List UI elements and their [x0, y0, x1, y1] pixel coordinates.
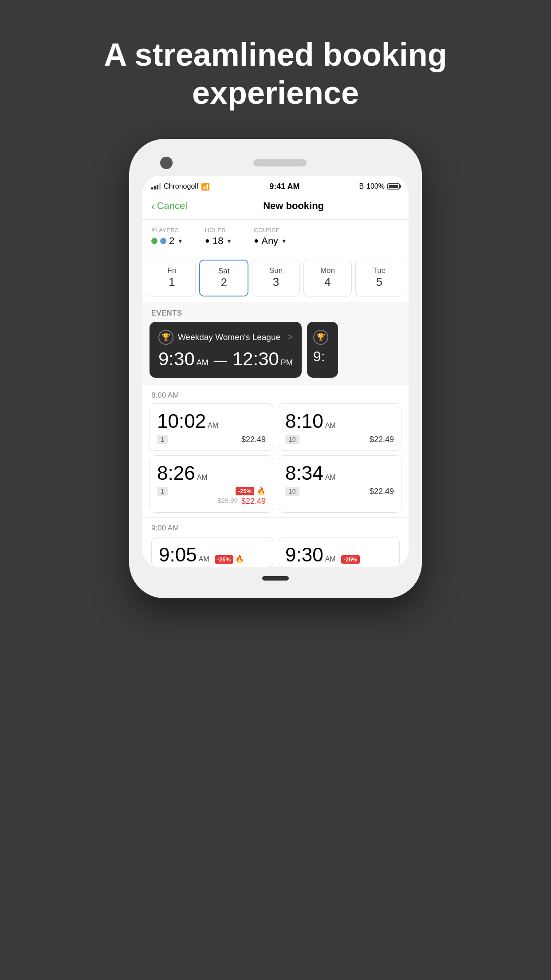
date-cell-mon[interactable]: Mon 4 [303, 260, 351, 296]
slots-grid-8am: 10:02 AM 1 $22.49 8:10 AM 10 $22.49 [142, 403, 409, 517]
speaker [253, 159, 307, 166]
slot-time-826: 8:26 AM [157, 462, 266, 484]
hot-icon-826: 🔥 [257, 487, 266, 495]
slot-time-big-1002: 10:02 [157, 410, 206, 432]
slot-card-905[interactable]: 9:05 AM -25% 🔥 [151, 537, 273, 567]
date-cell-tue[interactable]: Tue 5 [355, 260, 403, 296]
players-filter[interactable]: PLAYERS 2 ▼ [151, 227, 183, 247]
slot-card-930[interactable]: 9:30 AM -25% [278, 537, 400, 567]
phone-frame: Chronogolf 📶 9:41 AM B 100% ‹ Cancel New… [129, 139, 422, 598]
slot-ampm-810: AM [325, 422, 336, 430]
slot-ampm-826: AM [197, 474, 208, 482]
events-section-header: EVENTS [142, 302, 409, 322]
discount-badge-826: -25% [236, 487, 254, 495]
headline: A streamlined bookingexperience [51, 0, 500, 139]
slot-count-810: 10 [285, 435, 299, 444]
slot-count-826: 1 [157, 487, 168, 496]
battery-icon [387, 183, 400, 190]
event-dash-1: — [210, 353, 231, 368]
wifi-icon: 📶 [201, 182, 210, 191]
date-cell-sun[interactable]: Sun 3 [252, 260, 300, 296]
holes-number: 18 [213, 235, 223, 247]
event-time-partial-2: 9: [313, 348, 332, 365]
slot-ampm-1002: AM [208, 422, 218, 430]
date-cell-sat[interactable]: Sat 2 [199, 260, 248, 296]
battery-percent: 100% [366, 182, 385, 190]
events-scroll[interactable]: 🏆 Weekday Women's League > 9:30 AM — 12:… [142, 322, 409, 385]
slot-time-1002: 10:02 AM [157, 410, 266, 432]
event-chevron-right-1: > [288, 332, 293, 342]
slot-card-810[interactable]: 8:10 AM 10 $22.49 [278, 403, 401, 451]
trophy-icon-2: 🏆 [313, 330, 328, 345]
slot-footer-834: 10 $22.49 [285, 487, 394, 496]
player-dot-green [151, 238, 157, 244]
date-dayname-sun: Sun [269, 266, 283, 275]
holes-value-row[interactable]: ● 18 ▼ [205, 235, 232, 247]
players-label: PLAYERS [151, 227, 183, 233]
status-left: Chronogolf 📶 [151, 182, 210, 191]
signal-bar-3 [157, 185, 158, 190]
slot-footer-1002: 1 $22.49 [157, 435, 266, 444]
slot-sale-price-826: $22.49 [241, 497, 266, 506]
slot-time-big-834: 8:34 [285, 462, 323, 484]
date-daynum-mon: 4 [324, 275, 331, 289]
slot-count-834: 10 [285, 487, 299, 496]
date-daynum-sat: 2 [220, 276, 227, 289]
front-camera [160, 157, 173, 169]
slot-count-1002: 1 [157, 435, 168, 444]
slot-price-1002: $22.49 [241, 435, 266, 444]
status-right: B 100% [359, 182, 400, 190]
slot-time-big-810: 8:10 [285, 410, 323, 432]
slot-ampm-930: AM [325, 555, 336, 563]
slot-time-905: 9:05 AM -25% 🔥 [159, 544, 266, 566]
course-value-row[interactable]: ● Any ▼ [254, 235, 287, 247]
holes-filter[interactable]: HOLES ● 18 ▼ [205, 227, 232, 247]
event-card-2[interactable]: 🏆 9: [307, 322, 338, 378]
course-pin-icon: ● [254, 236, 259, 245]
filters-bar: PLAYERS 2 ▼ HOLES ● 18 ▼ [142, 220, 409, 254]
holes-chevron-icon: ▼ [226, 237, 232, 245]
slot-ampm-905: AM [199, 555, 209, 563]
cancel-label[interactable]: Cancel [157, 200, 187, 212]
event-card-1[interactable]: 🏆 Weekday Women's League > 9:30 AM — 12:… [150, 322, 302, 378]
slot-time-big-826: 8:26 [157, 462, 195, 484]
hot-icon-905: 🔥 [235, 555, 244, 563]
player-dot-blue [160, 238, 166, 244]
slot-time-834: 8:34 AM [285, 462, 394, 484]
slot-time-big-905: 9:05 [159, 544, 197, 566]
date-daynum-tue: 5 [376, 275, 382, 289]
event-card-header-1: 🏆 Weekday Women's League > [158, 330, 293, 345]
players-value-row[interactable]: 2 ▼ [151, 235, 183, 247]
status-time: 9:41 AM [269, 182, 299, 191]
discount-badge-930: -25% [341, 555, 360, 564]
signal-bar-4 [159, 183, 161, 190]
time-group-label-9am: 9:00 AM [151, 524, 400, 533]
date-cell-fri[interactable]: Fri 1 [148, 260, 196, 296]
date-dayname-sat: Sat [218, 267, 230, 276]
slot-footer-810: 10 $22.49 [285, 435, 394, 444]
players-chevron-icon: ▼ [177, 237, 183, 245]
slot-card-826[interactable]: 8:26 AM 1 -25% 🔥 $29.99 $22.49 [150, 455, 273, 513]
signal-bar-2 [154, 186, 156, 190]
slot-price-row-826: -25% 🔥 [236, 487, 266, 495]
event-name-row-1: 🏆 Weekday Women's League [158, 330, 280, 345]
filter-divider-1 [194, 228, 194, 245]
date-daynum-fri: 1 [169, 275, 175, 289]
slot-price-834: $22.49 [370, 487, 394, 496]
course-filter[interactable]: COURSE ● Any ▼ [254, 227, 287, 247]
event-time-1: 9:30 AM — 12:30 PM [158, 348, 293, 370]
chevron-left-icon: ‹ [151, 199, 155, 213]
date-dayname-tue: Tue [373, 266, 386, 275]
cancel-button[interactable]: ‹ Cancel [151, 199, 187, 213]
slot-card-1002[interactable]: 10:02 AM 1 $22.49 [150, 403, 273, 451]
date-daynum-sun: 3 [273, 275, 279, 289]
nav-bar: ‹ Cancel New booking [142, 195, 409, 220]
pin-icon: ● [205, 236, 210, 245]
date-selector: Fri 1 Sat 2 Sun 3 Mon 4 Tue 5 [142, 254, 409, 302]
slot-ampm-834: AM [325, 474, 336, 482]
filter-divider-2 [243, 228, 243, 245]
time-group-9am-section: 9:00 AM 9:05 AM -25% 🔥 9:30 AM [142, 517, 409, 567]
event-name-1: Weekday Women's League [178, 332, 280, 342]
event-end-ampm-1: PM [281, 358, 293, 368]
slot-card-834[interactable]: 8:34 AM 10 $22.49 [278, 455, 401, 513]
